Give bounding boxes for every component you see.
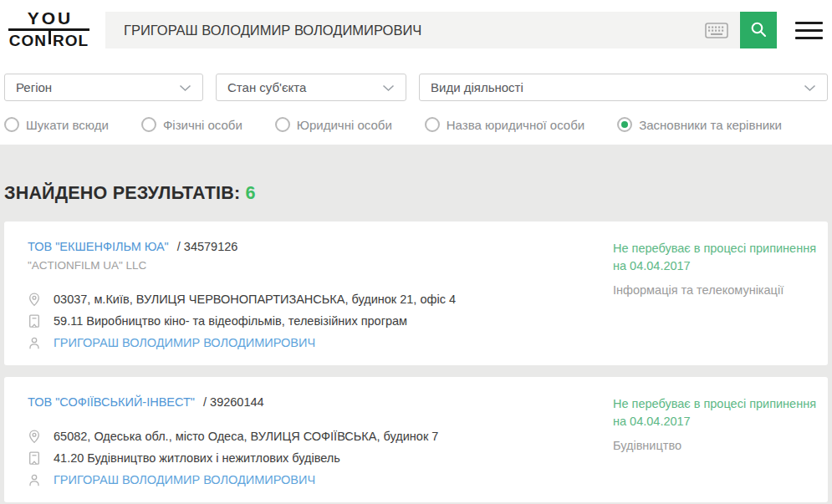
search-button[interactable] bbox=[740, 12, 777, 48]
company-link[interactable]: ТОВ "ЕКШЕНФІЛЬМ ЮА" bbox=[28, 240, 169, 253]
logo-t-stem bbox=[48, 31, 51, 44]
address-text: 65082, Одеська обл., місто Одеса, ВУЛИЦЯ… bbox=[54, 430, 438, 443]
dropdown-activity-types[interactable]: Види діяльності bbox=[419, 74, 828, 101]
keyboard-icon[interactable] bbox=[705, 23, 728, 38]
logo-you-text: YOU bbox=[8, 9, 89, 28]
radio-circle bbox=[141, 117, 156, 132]
youcontrol-logo[interactable]: YOU CON ROL bbox=[8, 9, 89, 51]
radio-legal-entities[interactable]: Юридичні особи bbox=[275, 117, 392, 132]
activity-bookmark-icon bbox=[28, 314, 41, 328]
address-text: 03037, м.Київ, ВУЛИЦЯ ЧЕРВОНОПАРТИЗАНСЬК… bbox=[54, 293, 456, 306]
search-icon bbox=[749, 20, 768, 41]
menu-icon[interactable] bbox=[795, 18, 823, 43]
results-count: 6 bbox=[246, 183, 256, 203]
radio-legal-entity-name[interactable]: Назва юридичної особи bbox=[425, 117, 584, 132]
person-icon bbox=[28, 336, 41, 350]
result-card: ТОВ "СОФІЇВСЬКИЙ-ІНВЕСТ" / 39260144 6508… bbox=[4, 377, 828, 502]
dropdown-region[interactable]: Регіон bbox=[4, 74, 203, 101]
logo-control-text: CON ROL bbox=[8, 28, 89, 51]
search-box bbox=[105, 12, 740, 48]
person-link[interactable]: ГРИГОРАШ ВОЛОДИМИР ВОЛОДИМИРОВИЧ bbox=[54, 336, 315, 349]
location-pin-icon bbox=[28, 293, 41, 307]
radio-circle bbox=[275, 117, 290, 132]
status-text: Не перебуває в процесі припинення на 04.… bbox=[613, 240, 820, 275]
filter-row: Регіон Стан суб'єкта Види діяльності bbox=[0, 74, 832, 101]
activity-row: 59.11 Виробництво кіно- та відеофільмів,… bbox=[28, 310, 804, 332]
dropdown-company-state[interactable]: Стан суб'єкта bbox=[216, 74, 406, 101]
person-icon bbox=[28, 473, 41, 487]
search-scope-radios: Шукати всюди Фізичні особи Юридичні особ… bbox=[0, 117, 832, 132]
radio-circle bbox=[4, 117, 19, 132]
radio-founders-and-managers[interactable]: Засновники та керівники bbox=[617, 117, 782, 132]
person-row: ГРИГОРАШ ВОЛОДИМИР ВОЛОДИМИРОВИЧ bbox=[28, 332, 804, 354]
person-link[interactable]: ГРИГОРАШ ВОЛОДИМИР ВОЛОДИМИРОВИЧ bbox=[54, 473, 315, 486]
company-code: / 34579126 bbox=[177, 240, 238, 253]
activity-bookmark-icon bbox=[28, 451, 41, 466]
radio-circle bbox=[425, 117, 440, 132]
industry-text: Будівництво bbox=[613, 439, 820, 452]
industry-text: Інформація та телекомунікації bbox=[613, 283, 820, 297]
chevron-down-icon bbox=[179, 80, 191, 95]
location-pin-icon bbox=[28, 430, 41, 444]
search-bar bbox=[105, 12, 777, 48]
radio-circle bbox=[617, 117, 632, 132]
page: YOU CON ROL bbox=[0, 0, 832, 504]
company-link[interactable]: ТОВ "СОФІЇВСЬКИЙ-ІНВЕСТ" bbox=[28, 395, 195, 409]
activity-text: 41.20 Будівництво житлових і нежитлових … bbox=[54, 451, 340, 465]
result-card: ТОВ "ЕКШЕНФІЛЬМ ЮА" / 34579126 "ACTIONFI… bbox=[4, 221, 828, 365]
results-section: ЗНАЙДЕНО РЕЗУЛЬТАТІВ: 6 ТОВ "ЕКШЕНФІЛЬМ … bbox=[0, 145, 832, 504]
chevron-down-icon bbox=[382, 80, 395, 95]
header: YOU CON ROL bbox=[0, 0, 832, 53]
activity-text: 59.11 Виробництво кіно- та відеофільмів,… bbox=[54, 314, 407, 328]
status-text: Не перебуває в процесі припинення на 04.… bbox=[613, 395, 820, 430]
chevron-down-icon bbox=[804, 80, 816, 95]
radio-individuals[interactable]: Фізичні особи bbox=[141, 117, 242, 132]
company-code: / 39260144 bbox=[203, 395, 264, 409]
radio-search-everywhere[interactable]: Шукати всюди bbox=[4, 117, 109, 132]
search-input[interactable] bbox=[105, 23, 705, 38]
results-heading: ЗНАЙДЕНО РЕЗУЛЬТАТІВ: 6 bbox=[4, 145, 828, 204]
person-row: ГРИГОРАШ ВОЛОДИМИР ВОЛОДИМИРОВИЧ bbox=[28, 469, 804, 491]
